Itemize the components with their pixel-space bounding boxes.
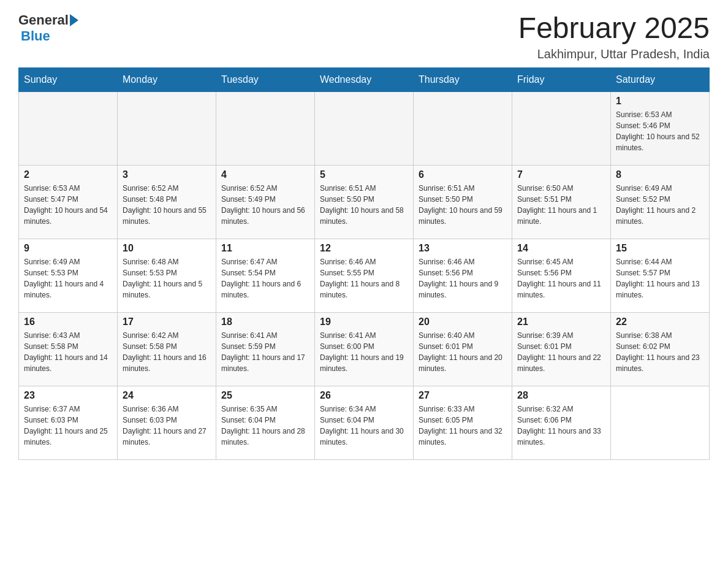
calendar-cell	[315, 91, 414, 165]
day-info: Sunrise: 6:45 AM Sunset: 5:56 PM Dayligh…	[517, 256, 605, 301]
day-info: Sunrise: 6:41 AM Sunset: 6:00 PM Dayligh…	[320, 330, 408, 374]
day-number: 10	[123, 243, 211, 254]
day-number: 18	[221, 316, 309, 327]
day-number: 22	[616, 316, 704, 327]
day-number: 25	[221, 390, 309, 401]
day-number: 17	[123, 316, 211, 327]
calendar-cell	[118, 91, 216, 165]
logo-general-text: General	[18, 12, 69, 28]
calendar-week-row: 16Sunrise: 6:43 AM Sunset: 5:58 PM Dayli…	[19, 312, 710, 386]
day-info: Sunrise: 6:40 AM Sunset: 6:01 PM Dayligh…	[419, 330, 507, 374]
day-info: Sunrise: 6:37 AM Sunset: 6:03 PM Dayligh…	[24, 404, 112, 448]
day-info: Sunrise: 6:42 AM Sunset: 5:58 PM Dayligh…	[123, 330, 211, 374]
day-number: 21	[517, 316, 605, 327]
day-number: 4	[221, 169, 309, 180]
day-info: Sunrise: 6:32 AM Sunset: 6:06 PM Dayligh…	[517, 404, 605, 448]
day-info: Sunrise: 6:50 AM Sunset: 5:51 PM Dayligh…	[517, 183, 605, 227]
logo-blue-text: Blue	[21, 28, 50, 44]
calendar-cell: 18Sunrise: 6:41 AM Sunset: 5:59 PM Dayli…	[216, 312, 315, 386]
day-info: Sunrise: 6:48 AM Sunset: 5:53 PM Dayligh…	[123, 256, 211, 301]
calendar-cell: 1Sunrise: 6:53 AM Sunset: 5:46 PM Daylig…	[611, 91, 710, 165]
calendar-cell	[611, 386, 710, 459]
day-number: 20	[419, 316, 507, 327]
calendar-cell: 3Sunrise: 6:52 AM Sunset: 5:48 PM Daylig…	[118, 165, 216, 239]
day-number: 7	[517, 169, 605, 180]
calendar-cell: 5Sunrise: 6:51 AM Sunset: 5:50 PM Daylig…	[315, 165, 414, 239]
logo: General Blue	[18, 12, 78, 44]
day-of-week-header: Sunday	[19, 67, 118, 91]
calendar-cell	[414, 91, 512, 165]
calendar-body: 1Sunrise: 6:53 AM Sunset: 5:46 PM Daylig…	[19, 91, 710, 459]
calendar-cell: 22Sunrise: 6:38 AM Sunset: 6:02 PM Dayli…	[611, 312, 710, 386]
day-number: 16	[24, 316, 112, 327]
day-number: 26	[320, 390, 408, 401]
calendar-cell: 23Sunrise: 6:37 AM Sunset: 6:03 PM Dayli…	[19, 386, 118, 459]
calendar-cell: 20Sunrise: 6:40 AM Sunset: 6:01 PM Dayli…	[414, 312, 512, 386]
day-of-week-header: Tuesday	[216, 67, 315, 91]
title-section: February 2025 Lakhimpur, Uttar Pradesh, …	[518, 12, 710, 61]
calendar-cell: 11Sunrise: 6:47 AM Sunset: 5:54 PM Dayli…	[216, 239, 315, 312]
day-number: 12	[320, 243, 408, 254]
day-number: 24	[123, 390, 211, 401]
calendar-cell: 16Sunrise: 6:43 AM Sunset: 5:58 PM Dayli…	[19, 312, 118, 386]
day-of-week-header: Saturday	[611, 67, 710, 91]
day-info: Sunrise: 6:44 AM Sunset: 5:57 PM Dayligh…	[616, 256, 704, 301]
day-info: Sunrise: 6:36 AM Sunset: 6:03 PM Dayligh…	[123, 404, 211, 448]
day-info: Sunrise: 6:33 AM Sunset: 6:05 PM Dayligh…	[419, 404, 507, 448]
day-info: Sunrise: 6:53 AM Sunset: 5:47 PM Dayligh…	[24, 183, 112, 227]
day-info: Sunrise: 6:52 AM Sunset: 5:48 PM Dayligh…	[123, 183, 211, 227]
calendar-cell: 6Sunrise: 6:51 AM Sunset: 5:50 PM Daylig…	[414, 165, 512, 239]
calendar-cell: 19Sunrise: 6:41 AM Sunset: 6:00 PM Dayli…	[315, 312, 414, 386]
day-of-week-header: Monday	[118, 67, 216, 91]
calendar-cell: 17Sunrise: 6:42 AM Sunset: 5:58 PM Dayli…	[118, 312, 216, 386]
day-of-week-header: Thursday	[414, 67, 512, 91]
day-info: Sunrise: 6:41 AM Sunset: 5:59 PM Dayligh…	[221, 330, 309, 374]
calendar-week-row: 9Sunrise: 6:49 AM Sunset: 5:53 PM Daylig…	[19, 239, 710, 312]
day-number: 15	[616, 243, 704, 254]
day-info: Sunrise: 6:49 AM Sunset: 5:52 PM Dayligh…	[616, 183, 704, 227]
days-of-week-row: SundayMondayTuesdayWednesdayThursdayFrid…	[19, 67, 710, 91]
day-number: 3	[123, 169, 211, 180]
day-info: Sunrise: 6:46 AM Sunset: 5:55 PM Dayligh…	[320, 256, 408, 301]
day-number: 8	[616, 169, 704, 180]
day-info: Sunrise: 6:51 AM Sunset: 5:50 PM Dayligh…	[419, 183, 507, 227]
calendar-cell: 4Sunrise: 6:52 AM Sunset: 5:49 PM Daylig…	[216, 165, 315, 239]
calendar-cell: 27Sunrise: 6:33 AM Sunset: 6:05 PM Dayli…	[414, 386, 512, 459]
day-of-week-header: Friday	[512, 67, 611, 91]
day-number: 14	[517, 243, 605, 254]
day-info: Sunrise: 6:51 AM Sunset: 5:50 PM Dayligh…	[320, 183, 408, 227]
page-header: General Blue February 2025 Lakhimpur, Ut…	[18, 12, 710, 61]
calendar-cell: 14Sunrise: 6:45 AM Sunset: 5:56 PM Dayli…	[512, 239, 611, 312]
day-info: Sunrise: 6:38 AM Sunset: 6:02 PM Dayligh…	[616, 330, 704, 374]
calendar-cell: 8Sunrise: 6:49 AM Sunset: 5:52 PM Daylig…	[611, 165, 710, 239]
calendar-header: SundayMondayTuesdayWednesdayThursdayFrid…	[19, 67, 710, 91]
day-number: 13	[419, 243, 507, 254]
calendar-week-row: 2Sunrise: 6:53 AM Sunset: 5:47 PM Daylig…	[19, 165, 710, 239]
calendar-cell: 21Sunrise: 6:39 AM Sunset: 6:01 PM Dayli…	[512, 312, 611, 386]
calendar-cell: 24Sunrise: 6:36 AM Sunset: 6:03 PM Dayli…	[118, 386, 216, 459]
calendar-cell	[19, 91, 118, 165]
day-info: Sunrise: 6:35 AM Sunset: 6:04 PM Dayligh…	[221, 404, 309, 448]
calendar-cell	[216, 91, 315, 165]
calendar-cell: 25Sunrise: 6:35 AM Sunset: 6:04 PM Dayli…	[216, 386, 315, 459]
day-info: Sunrise: 6:43 AM Sunset: 5:58 PM Dayligh…	[24, 330, 112, 374]
day-info: Sunrise: 6:53 AM Sunset: 5:46 PM Dayligh…	[616, 109, 704, 153]
day-number: 27	[419, 390, 507, 401]
day-number: 9	[24, 243, 112, 254]
day-number: 23	[24, 390, 112, 401]
calendar-cell: 12Sunrise: 6:46 AM Sunset: 5:55 PM Dayli…	[315, 239, 414, 312]
day-info: Sunrise: 6:34 AM Sunset: 6:04 PM Dayligh…	[320, 404, 408, 448]
day-number: 6	[419, 169, 507, 180]
calendar-cell: 26Sunrise: 6:34 AM Sunset: 6:04 PM Dayli…	[315, 386, 414, 459]
month-title: February 2025	[518, 12, 710, 45]
calendar-week-row: 1Sunrise: 6:53 AM Sunset: 5:46 PM Daylig…	[19, 91, 710, 165]
calendar-cell	[512, 91, 611, 165]
location-title: Lakhimpur, Uttar Pradesh, India	[518, 47, 710, 61]
calendar-cell: 2Sunrise: 6:53 AM Sunset: 5:47 PM Daylig…	[19, 165, 118, 239]
calendar-cell: 28Sunrise: 6:32 AM Sunset: 6:06 PM Dayli…	[512, 386, 611, 459]
day-info: Sunrise: 6:46 AM Sunset: 5:56 PM Dayligh…	[419, 256, 507, 301]
calendar-table: SundayMondayTuesdayWednesdayThursdayFrid…	[18, 67, 710, 460]
day-number: 5	[320, 169, 408, 180]
calendar-cell: 9Sunrise: 6:49 AM Sunset: 5:53 PM Daylig…	[19, 239, 118, 312]
day-info: Sunrise: 6:52 AM Sunset: 5:49 PM Dayligh…	[221, 183, 309, 227]
